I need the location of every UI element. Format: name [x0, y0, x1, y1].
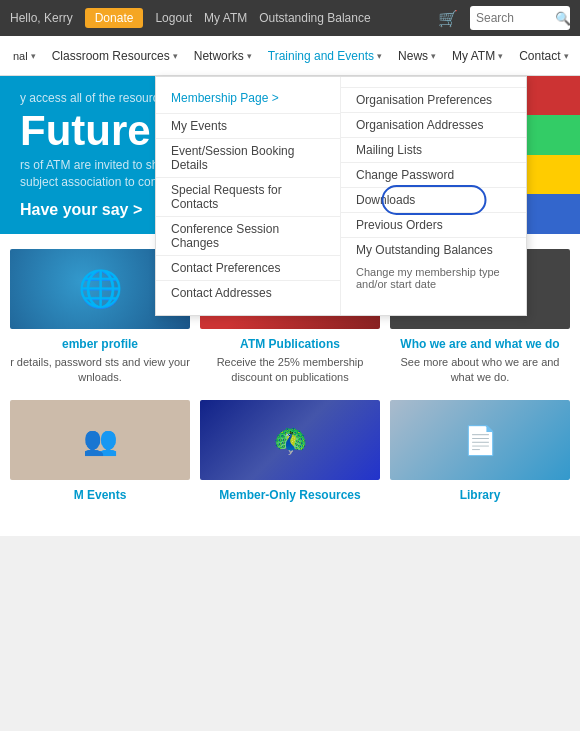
nav-item-nal[interactable]: nal ▾	[5, 36, 44, 75]
dropdown-contact-prefs[interactable]: Contact Preferences	[156, 255, 340, 280]
card-title-publications: ATM Publications	[240, 337, 340, 351]
dropdown-special-requests[interactable]: Special Requests for Contacts	[156, 177, 340, 216]
dropdown-org-prefs[interactable]: Organisation Preferences	[341, 87, 526, 112]
dropdown-left-column: Membership Page > My Events Event/Sessio…	[156, 77, 341, 315]
donate-button[interactable]: Donate	[85, 8, 144, 28]
card-desc-profile: r details, password sts and view your wn…	[10, 355, 190, 386]
dropdown-outstanding-balances[interactable]: My Outstanding Balances	[341, 237, 526, 262]
greeting-text: Hello, Kerry	[10, 11, 73, 25]
logout-link[interactable]: Logout	[155, 11, 192, 25]
dropdown-membership-change[interactable]: Change my membership type and/or start d…	[341, 262, 526, 294]
card-events[interactable]: M Events	[10, 400, 190, 506]
myatm-link[interactable]: My ATM	[204, 11, 247, 25]
card-title-profile: ember profile	[62, 337, 138, 351]
card-library[interactable]: Library	[390, 400, 570, 506]
chevron-down-icon: ▾	[247, 51, 252, 61]
hero-sidebar-stripes	[520, 76, 580, 234]
feather-icon	[200, 400, 380, 480]
card-image-meeting	[10, 400, 190, 480]
card-title-events: M Events	[74, 488, 127, 502]
dropdown-my-events[interactable]: My Events	[156, 113, 340, 138]
chevron-down-icon: ▾	[431, 51, 436, 61]
dropdown-menu: Membership Page > My Events Event/Sessio…	[155, 76, 527, 316]
nav-item-news[interactable]: News ▾	[390, 36, 444, 75]
search-box: 🔍	[470, 6, 570, 30]
card-title-resources: Member-Only Resources	[219, 488, 360, 502]
card-title-library: Library	[460, 488, 501, 502]
nav-item-networks[interactable]: Networks ▾	[186, 36, 260, 75]
meeting-icon	[10, 400, 190, 480]
library-icon	[390, 400, 570, 480]
dropdown-mailing-lists[interactable]: Mailing Lists	[341, 137, 526, 162]
card-desc-who: See more about who we are and what we do…	[390, 355, 570, 386]
card-title-who: Who we are and what we do	[400, 337, 559, 351]
dropdown-org-addresses[interactable]: Organisation Addresses	[341, 112, 526, 137]
search-icon[interactable]: 🔍	[555, 11, 571, 26]
membership-page-link[interactable]: Membership Page >	[156, 87, 340, 113]
card-image-library	[390, 400, 570, 480]
search-input[interactable]	[476, 11, 551, 25]
balance-link[interactable]: Outstanding Balance	[259, 11, 370, 25]
cart-icon[interactable]: 🛒	[438, 9, 458, 28]
chevron-down-icon: ▾	[564, 51, 569, 61]
nav-item-classroom[interactable]: Classroom Resources ▾	[44, 36, 186, 75]
card-image-feather	[200, 400, 380, 480]
stripe-yellow	[520, 155, 580, 194]
dropdown-right-column: Organisation Preferences Organisation Ad…	[341, 77, 526, 315]
chevron-down-icon: ▾	[173, 51, 178, 61]
nav-item-myatm[interactable]: My ATM ▾	[444, 36, 511, 75]
stripe-red	[520, 76, 580, 115]
card-member-resources[interactable]: Member-Only Resources	[200, 400, 380, 506]
dropdown-change-password[interactable]: Change Password	[341, 162, 526, 187]
stripe-blue	[520, 194, 580, 233]
dropdown-contact-addresses[interactable]: Contact Addresses	[156, 280, 340, 305]
dropdown-event-booking[interactable]: Event/Session Booking Details	[156, 138, 340, 177]
card-desc-publications: Receive the 25% membership discount on p…	[200, 355, 380, 386]
chevron-down-icon: ▾	[377, 51, 382, 61]
main-navigation: nal ▾ Classroom Resources ▾ Networks ▾ T…	[0, 36, 580, 76]
dropdown-downloads[interactable]: Downloads	[341, 187, 526, 212]
stripe-green	[520, 115, 580, 154]
chevron-down-icon: ▾	[498, 51, 503, 61]
dropdown-conference[interactable]: Conference Session Changes	[156, 216, 340, 255]
dropdown-previous-orders[interactable]: Previous Orders	[341, 212, 526, 237]
nav-item-contact[interactable]: Contact ▾	[511, 36, 576, 75]
chevron-down-icon: ▾	[31, 51, 36, 61]
top-navigation: Hello, Kerry Donate Logout My ATM Outsta…	[0, 0, 580, 36]
nav-item-training[interactable]: Training and Events ▾	[260, 36, 390, 75]
cards-row-2: M Events Member-Only Resources Library	[10, 400, 570, 506]
